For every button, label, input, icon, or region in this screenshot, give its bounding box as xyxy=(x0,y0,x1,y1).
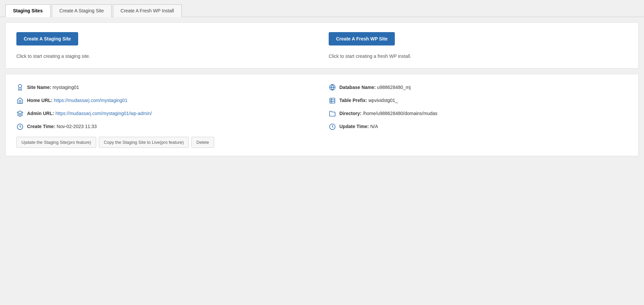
create-buttons-card: Create A Staging Site Click to start cre… xyxy=(5,22,639,69)
copy-to-live-button[interactable]: Copy the Staging Site to Live(pro featur… xyxy=(99,137,189,148)
tab-fresh-wp[interactable]: Create A Fresh WP Install xyxy=(113,4,182,17)
admin-url-row: Admin URL: https://mudassarj.com/mystagi… xyxy=(16,110,315,117)
home-url-link[interactable]: https://mudassarj.com/mystaging01 xyxy=(54,98,127,103)
main-content: Create A Staging Site Click to start cre… xyxy=(0,17,644,162)
directory-row: Directory: /home/u988628480/domains/muda… xyxy=(329,110,628,117)
globe-icon xyxy=(329,84,336,91)
site-info-card: Site Name: mystaging01 Home URL: https:/… xyxy=(5,74,639,156)
folder-icon xyxy=(329,110,336,117)
tab-staging-sites[interactable]: Staging Sites xyxy=(5,4,50,17)
delete-button[interactable]: Delete xyxy=(191,137,214,148)
site-name-row: Site Name: mystaging01 xyxy=(16,84,315,91)
tab-create-staging[interactable]: Create A Staging Site xyxy=(52,4,112,17)
create-staging-section: Create A Staging Site Click to start cre… xyxy=(16,32,315,59)
create-staging-button[interactable]: Create A Staging Site xyxy=(16,32,78,45)
table-prefix-row: Table Prefix: wpvividstg01_ xyxy=(329,97,628,104)
create-fresh-wp-section: Create A Fresh WP Site Click to start cr… xyxy=(329,32,628,59)
create-fresh-wp-description: Click to start creating a fresh WP insta… xyxy=(329,54,628,59)
card-top-row: Create A Staging Site Click to start cre… xyxy=(16,32,628,59)
admin-icon xyxy=(16,110,24,117)
create-fresh-wp-button[interactable]: Create A Fresh WP Site xyxy=(329,32,395,45)
svg-point-0 xyxy=(18,85,22,88)
update-clock-icon xyxy=(329,123,336,130)
create-staging-description: Click to start creating a staging site. xyxy=(16,54,315,59)
admin-url-link[interactable]: https://mudassarj.com/mystaging01/wp-adm… xyxy=(55,111,152,116)
site-info-right: Database Name: u988628480_mj Table Prefi… xyxy=(329,84,628,148)
create-clock-icon xyxy=(16,123,24,130)
home-icon xyxy=(16,97,24,104)
site-info-grid: Site Name: mystaging01 Home URL: https:/… xyxy=(16,84,628,148)
update-staging-button[interactable]: Update the Staging Site(pro feature) xyxy=(16,137,96,148)
database-name-row: Database Name: u988628480_mj xyxy=(329,84,628,91)
site-info-left: Site Name: mystaging01 Home URL: https:/… xyxy=(16,84,315,148)
svg-rect-4 xyxy=(330,98,335,103)
action-buttons: Update the Staging Site(pro feature) Cop… xyxy=(16,137,315,148)
create-time-row: Create Time: Nov-02-2023 11:33 xyxy=(16,123,315,130)
tabs-bar: Staging Sites Create A Staging Site Crea… xyxy=(0,0,644,17)
award-icon xyxy=(16,84,24,91)
update-time-row: Update Time: N/A xyxy=(329,123,628,130)
table-icon xyxy=(329,97,336,104)
home-url-row: Home URL: https://mudassarj.com/mystagin… xyxy=(16,97,315,104)
